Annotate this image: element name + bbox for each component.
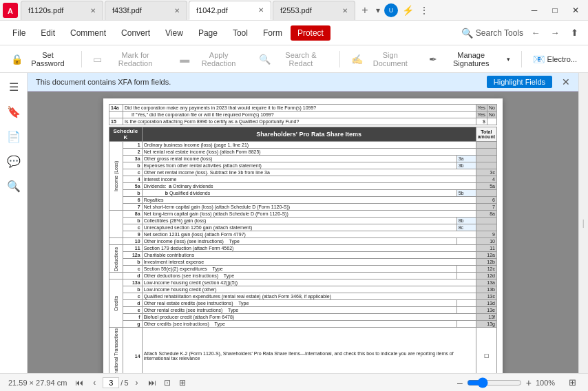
pages-panel-button[interactable]: 📄	[3, 125, 25, 147]
search-redact-button[interactable]: 🔍 Search & Redact	[253, 48, 334, 70]
q14b-yes[interactable]: Yes	[476, 112, 487, 118]
tab-overflow-button[interactable]: ▾	[373, 6, 383, 15]
menu-item-file[interactable]: File	[6, 25, 32, 41]
row-8b-input[interactable]: 8b	[456, 218, 476, 224]
apply-redaction-button[interactable]: ▬ Apply Redaction	[174, 48, 251, 70]
first-page-button[interactable]: ⏮	[72, 376, 86, 390]
row-12c-input[interactable]: 12c	[476, 266, 496, 273]
extra-icon-1[interactable]: ⚡	[399, 2, 416, 19]
menu-item-comment[interactable]: Comment	[63, 25, 113, 41]
row-13d-input[interactable]: 13d	[476, 300, 496, 307]
manage-signatures-button[interactable]: ✒ Manage Signatures ▾	[423, 48, 516, 70]
table-row: 5a Dividends: a Ordinary dividends 5a	[109, 183, 497, 190]
tab-f1120s[interactable]: f1120s.pdf ✕	[21, 1, 103, 20]
tab-f2553[interactable]: f2553.pdf ✕	[273, 1, 355, 20]
row-13g-input[interactable]: 13g	[476, 321, 496, 328]
tab-close-icon[interactable]: ✕	[174, 7, 180, 14]
search-panel-button[interactable]: 🔍	[3, 175, 25, 197]
tab-f433f[interactable]: f433f.pdf ✕	[105, 1, 187, 20]
right-panel-handle[interactable]: │	[581, 213, 587, 233]
sign-document-button[interactable]: ✍ Sign Document	[346, 48, 421, 70]
last-page-button[interactable]: ⏭	[145, 376, 159, 390]
menu-item-form[interactable]: Form	[256, 25, 289, 41]
tab-close-icon[interactable]: ✕	[258, 6, 264, 14]
nav-panel-button[interactable]: ☰	[3, 76, 25, 98]
tab-f1042[interactable]: f1042.pdf ✕	[189, 1, 271, 20]
row-13a-label: Low-income housing credit (section 42(j)…	[142, 279, 476, 286]
next-page-button[interactable]: ›	[130, 376, 144, 390]
row-11-input[interactable]: 11	[476, 245, 496, 252]
prev-page-button[interactable]: ‹	[87, 376, 101, 390]
row-5b-input[interactable]: 5b	[456, 190, 476, 197]
row-2-input[interactable]	[476, 149, 496, 156]
new-tab-button[interactable]: +	[357, 2, 373, 19]
electronic-label: Electro...	[547, 55, 577, 63]
row-13e-input[interactable]: 13e	[476, 307, 496, 314]
row-13c-input[interactable]: 13c	[476, 293, 496, 300]
q14a-yes[interactable]: Yes	[476, 105, 487, 112]
pdf-container[interactable]: 14a Did the corporation make any payment…	[28, 92, 578, 373]
tab-title: f1042.pdf	[196, 6, 254, 14]
row-12b-input[interactable]: 12b	[476, 259, 496, 266]
row-5a-input[interactable]: 5a	[476, 183, 496, 190]
row-13a-input[interactable]: 13a	[476, 279, 496, 286]
minimize-button[interactable]: ─	[525, 3, 544, 17]
electronic-button[interactable]: 📧 Electro...	[527, 51, 582, 67]
table-row: 8a Net long-term capital gain (loss) (at…	[109, 211, 497, 218]
comment-panel-button[interactable]: 💬	[3, 150, 25, 172]
mark-redaction-button[interactable]: ▭ Mark for Redaction	[87, 48, 171, 70]
highlight-fields-button[interactable]: Highlight Fields	[487, 76, 552, 88]
tab-close-icon[interactable]: ✕	[90, 7, 96, 14]
menu-item-edit[interactable]: Edit	[34, 25, 62, 41]
row-4-input[interactable]: 4	[476, 176, 496, 183]
zoom-out-icon[interactable]: –	[457, 377, 463, 388]
row-7-input[interactable]: 7	[476, 204, 496, 211]
zoom-slider[interactable]	[467, 377, 522, 388]
bookmark-panel-button[interactable]: 🔖	[3, 101, 25, 123]
q15-checkbox[interactable]	[487, 118, 497, 125]
row-6-input[interactable]: 6	[476, 197, 496, 204]
row-8a-label: Net long-term capital gain (loss) (attac…	[142, 211, 476, 218]
row-4-num: 4	[123, 176, 142, 183]
row-13f-input[interactable]: 13f	[476, 314, 496, 321]
tab-close-icon[interactable]: ✕	[342, 7, 348, 14]
user-avatar[interactable]: U	[384, 3, 398, 17]
view-mode-button[interactable]: ⊞	[565, 375, 580, 390]
close-button[interactable]: ✕	[566, 3, 585, 17]
q14b-no[interactable]: No	[487, 112, 497, 118]
row-13b-input[interactable]: 13b	[476, 286, 496, 293]
row-10-input[interactable]: 10	[476, 238, 496, 245]
menu-item-page[interactable]: Page	[191, 25, 224, 41]
questions-table: 14a Did the corporation make any payment…	[109, 104, 497, 125]
fit-width-button[interactable]: ⊞	[176, 376, 189, 390]
row-3a-input[interactable]: 3a	[456, 156, 476, 162]
row-12a-label: Charitable contributions	[142, 252, 476, 259]
set-password-button[interactable]: 🔒 Set Password	[6, 48, 76, 70]
row-12a-input[interactable]: 12a	[476, 252, 496, 259]
q14a-no[interactable]: No	[487, 105, 497, 112]
back-button[interactable]: ←	[527, 25, 544, 41]
share-button[interactable]: ⬆	[566, 25, 582, 41]
row-8a-input[interactable]: 8a	[476, 211, 496, 218]
zoom-in-icon[interactable]: +	[526, 377, 532, 388]
forward-button[interactable]: →	[547, 25, 563, 41]
search-tools[interactable]: 🔍 Search Tools	[461, 28, 523, 39]
menu-item-convert[interactable]: Convert	[114, 25, 157, 41]
menu-item-view[interactable]: View	[158, 25, 190, 41]
menu-item-tool[interactable]: Tool	[226, 25, 255, 41]
row-3c-input[interactable]: 3c	[476, 169, 496, 176]
row-12d-input[interactable]: 12d	[476, 273, 496, 279]
row-1-input[interactable]	[476, 142, 496, 149]
row-3a-right-input[interactable]	[476, 156, 496, 162]
fit-page-button[interactable]: ⊡	[160, 376, 174, 390]
menu-item-protect[interactable]: Protect	[291, 25, 330, 41]
maximize-button[interactable]: □	[545, 3, 565, 17]
table-row: Credits 13a Low-income housing credit (s…	[109, 279, 497, 286]
extra-icon-2[interactable]: ⋮	[416, 2, 432, 19]
current-page-input[interactable]	[103, 377, 119, 388]
row-3b-input[interactable]: 3b	[456, 162, 476, 169]
row-9-input[interactable]: 9	[476, 231, 496, 238]
notification-close-icon[interactable]: ✕	[562, 76, 570, 87]
row-8c-input[interactable]: 8c	[456, 224, 476, 231]
row-14-checkbox[interactable]: ☐	[476, 328, 496, 374]
